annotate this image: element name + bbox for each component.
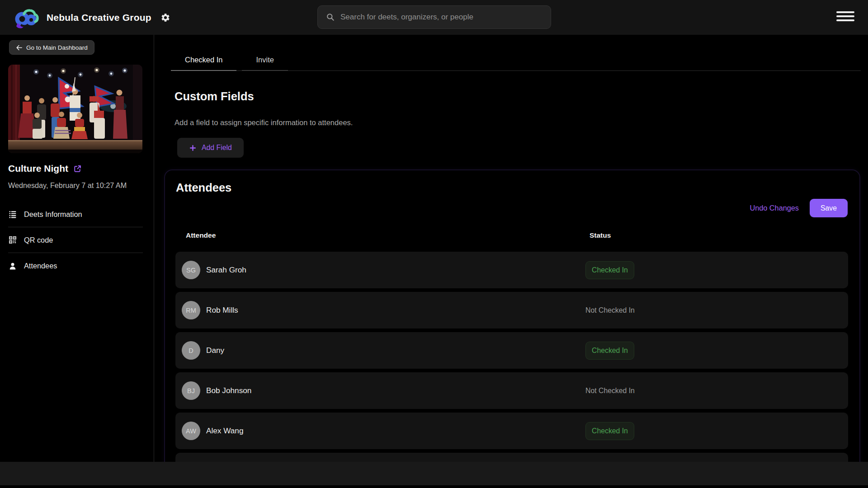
tab-invite[interactable]: Invite [242, 50, 288, 71]
status-badge: Checked In [585, 261, 634, 279]
attendees-title: Attendees [176, 181, 231, 194]
attendee-row[interactable]: D Dany Checked In [175, 332, 848, 369]
avatar: AW [182, 422, 200, 440]
search-input[interactable] [340, 13, 551, 22]
tab-label: Checked In [185, 56, 222, 64]
status-cell: Checked In [585, 342, 634, 360]
attendee-row[interactable]: AW Alex Wang Checked In [175, 413, 848, 449]
avatar-initials: RM [186, 307, 196, 314]
sidebar-item-label: QR code [24, 236, 53, 244]
sidebar-item-label: Attendees [24, 262, 57, 270]
avatar: D [182, 341, 200, 360]
avatar-initials: BJ [187, 387, 195, 394]
undo-changes-link[interactable]: Undo Changes [750, 204, 799, 212]
avatar: RM [182, 301, 200, 319]
sidebar-nav: Deets Information QR code [8, 202, 143, 279]
avatar: SG [182, 261, 200, 279]
attendees-panel: Attendees Undo Changes Save Attendee Sta… [164, 169, 860, 462]
custom-fields-title: Custom Fields [175, 90, 254, 103]
sidebar-item-deets-information[interactable]: Deets Information [8, 202, 143, 227]
status-badge: Not Checked In [585, 306, 635, 314]
bottom-bar [0, 462, 868, 485]
status-cell: Not Checked In [585, 387, 635, 395]
attendee-list: SG Sarah Groh Checked In RM Rob Mills No… [175, 252, 848, 462]
status-cell: Not Checked In [585, 306, 635, 314]
attendee-row[interactable] [175, 453, 848, 462]
menu-hamburger-icon[interactable] [836, 11, 854, 21]
back-to-dashboard-button[interactable]: Go to Main Dashboard [9, 40, 94, 55]
tab-bar: Checked In Invite [171, 50, 861, 71]
status-cell: Checked In [585, 261, 634, 279]
plus-icon [189, 144, 197, 152]
attendee-name: Alex Wang [206, 426, 243, 436]
attendee-name: Sarah Groh [206, 265, 246, 275]
app-header: Nebula Creative Group [0, 0, 868, 35]
attendee-name: Dany [206, 346, 224, 355]
app-body: Go to Main Dashboard [0, 35, 868, 462]
status-badge: Checked In [585, 422, 634, 440]
main-content: Checked In Invite Custom Fields Add a fi… [154, 35, 868, 462]
avatar: BJ [182, 381, 200, 400]
save-button[interactable]: Save [810, 199, 848, 217]
attendees-actions: Undo Changes Save [750, 199, 848, 217]
column-attendee: Attendee [186, 231, 216, 239]
tab-label: Invite [256, 56, 274, 64]
event-title-row: Culture Night [8, 163, 143, 174]
brand: Nebula Creative Group [15, 7, 170, 28]
table-header: Attendee Status [186, 231, 841, 239]
external-link-icon[interactable] [73, 164, 82, 173]
brand-name: Nebula Creative Group [47, 12, 151, 23]
column-status: Status [590, 231, 611, 239]
person-icon [8, 262, 17, 271]
avatar-initials: D [189, 347, 193, 354]
custom-fields-description: Add a field to assign specific informati… [175, 118, 353, 127]
event-photo [8, 65, 142, 153]
attendee-name: Rob Mills [206, 305, 238, 315]
add-field-label: Add Field [202, 144, 232, 152]
attendee-name: Bob Johnson [206, 386, 251, 395]
event-title: Culture Night [8, 163, 68, 174]
app-logo [15, 7, 40, 28]
attendee-row[interactable]: SG Sarah Groh Checked In [175, 252, 848, 288]
list-icon [8, 210, 17, 219]
sidebar-item-label: Deets Information [24, 210, 82, 219]
status-badge: Not Checked In [585, 387, 635, 395]
sidebar-item-qr-code[interactable]: QR code [8, 227, 143, 253]
sidebar-item-attendees[interactable]: Attendees [8, 253, 143, 279]
add-field-button[interactable]: Add Field [177, 138, 244, 158]
attendee-row[interactable]: BJ Bob Johnson Not Checked In [175, 372, 848, 409]
global-search[interactable] [317, 5, 551, 29]
search-icon [326, 13, 335, 22]
back-button-label: Go to Main Dashboard [26, 44, 88, 51]
status-cell: Checked In [585, 422, 634, 440]
avatar-initials: AW [186, 427, 196, 435]
tab-checked-in[interactable]: Checked In [171, 50, 236, 71]
arrow-left-icon [16, 44, 23, 51]
settings-gear-icon[interactable] [160, 13, 170, 23]
event-datetime: Wednesday, February 7 at 10:27 AM [8, 180, 129, 191]
sidebar: Go to Main Dashboard [0, 35, 154, 462]
attendee-row[interactable]: RM Rob Mills Not Checked In [175, 292, 848, 328]
qr-code-icon [8, 235, 17, 244]
avatar-initials: SG [186, 267, 196, 274]
status-badge: Checked In [585, 342, 634, 360]
